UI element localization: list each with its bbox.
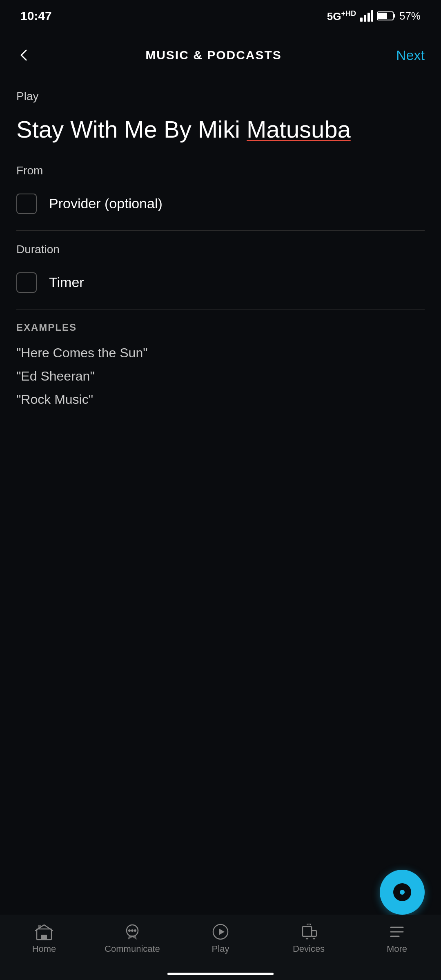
svg-rect-1 xyxy=(364,15,366,22)
svg-rect-11 xyxy=(41,935,47,940)
duration-label: Duration xyxy=(16,243,425,256)
example-item-3: "Rock Music" xyxy=(16,392,425,407)
next-button[interactable]: Next xyxy=(396,47,425,63)
nav-label-home: Home xyxy=(32,944,56,954)
play-section-label: Play xyxy=(16,90,425,103)
svg-marker-18 xyxy=(219,929,225,935)
example-item-1: "Here Comes the Sun" xyxy=(16,345,425,361)
devices-icon xyxy=(299,923,318,940)
example-item-2: "Ed Sheeran" xyxy=(16,369,425,384)
from-label: From xyxy=(16,164,425,177)
header: MUSIC & PODCASTS Next xyxy=(0,29,441,82)
back-button[interactable] xyxy=(16,48,31,62)
nav-item-home[interactable]: Home xyxy=(3,923,85,954)
provider-row: Provider (optional) xyxy=(16,189,425,226)
battery-percentage: 57% xyxy=(399,10,421,22)
bottom-nav: Home Communicate Play Devices xyxy=(0,915,441,980)
provider-label: Provider (optional) xyxy=(49,196,163,212)
play-title-normal: Stay With Me By Miki xyxy=(16,116,247,143)
svg-rect-0 xyxy=(360,18,363,22)
svg-point-15 xyxy=(131,929,134,932)
nav-item-play[interactable]: Play xyxy=(180,923,261,954)
svg-point-14 xyxy=(128,929,131,932)
examples-section: EXAMPLES "Here Comes the Sun" "Ed Sheera… xyxy=(16,322,425,407)
network-label: 5G+HD xyxy=(327,9,356,23)
svg-rect-19 xyxy=(303,927,312,936)
status-bar: 10:47 5G+HD 57% xyxy=(0,0,441,29)
play-icon xyxy=(211,923,230,940)
communicate-icon xyxy=(123,923,142,940)
alexa-icon xyxy=(390,880,414,904)
nav-label-devices: Devices xyxy=(293,944,325,954)
main-content: Play Stay With Me By Miki Matusuba From … xyxy=(0,82,441,423)
play-title: Stay With Me By Miki Matusuba xyxy=(16,115,425,144)
svg-rect-3 xyxy=(371,10,373,22)
nav-label-play: Play xyxy=(212,944,229,954)
battery-icon xyxy=(377,11,395,21)
header-title: MUSIC & PODCASTS xyxy=(145,48,282,62)
provider-checkbox[interactable] xyxy=(16,194,37,214)
nav-label-more: More xyxy=(387,944,407,954)
examples-header: EXAMPLES xyxy=(16,322,425,333)
timer-label: Timer xyxy=(49,274,84,290)
alexa-fab-button[interactable] xyxy=(380,870,425,915)
timer-row: Timer xyxy=(16,268,425,305)
play-title-underline: Matusuba xyxy=(247,116,351,143)
svg-rect-5 xyxy=(393,14,395,18)
more-icon xyxy=(388,923,406,940)
from-divider xyxy=(16,230,425,231)
back-icon xyxy=(16,48,31,62)
svg-rect-12 xyxy=(38,925,41,928)
home-indicator xyxy=(167,973,274,975)
status-time: 10:47 xyxy=(20,9,52,23)
svg-rect-2 xyxy=(368,13,370,22)
svg-point-9 xyxy=(400,890,405,895)
duration-section: Duration Timer xyxy=(16,243,425,310)
status-icons: 5G+HD 57% xyxy=(327,9,421,23)
nav-label-communicate: Communicate xyxy=(105,944,160,954)
home-icon xyxy=(35,923,53,940)
duration-divider xyxy=(16,309,425,310)
svg-rect-20 xyxy=(312,931,316,936)
signal-icon xyxy=(360,10,373,22)
svg-rect-6 xyxy=(378,13,387,19)
timer-checkbox[interactable] xyxy=(16,272,37,293)
nav-item-communicate[interactable]: Communicate xyxy=(91,923,173,954)
svg-point-16 xyxy=(134,929,136,932)
nav-item-devices[interactable]: Devices xyxy=(268,923,350,954)
nav-item-more[interactable]: More xyxy=(356,923,438,954)
from-section: From Provider (optional) xyxy=(16,164,425,231)
